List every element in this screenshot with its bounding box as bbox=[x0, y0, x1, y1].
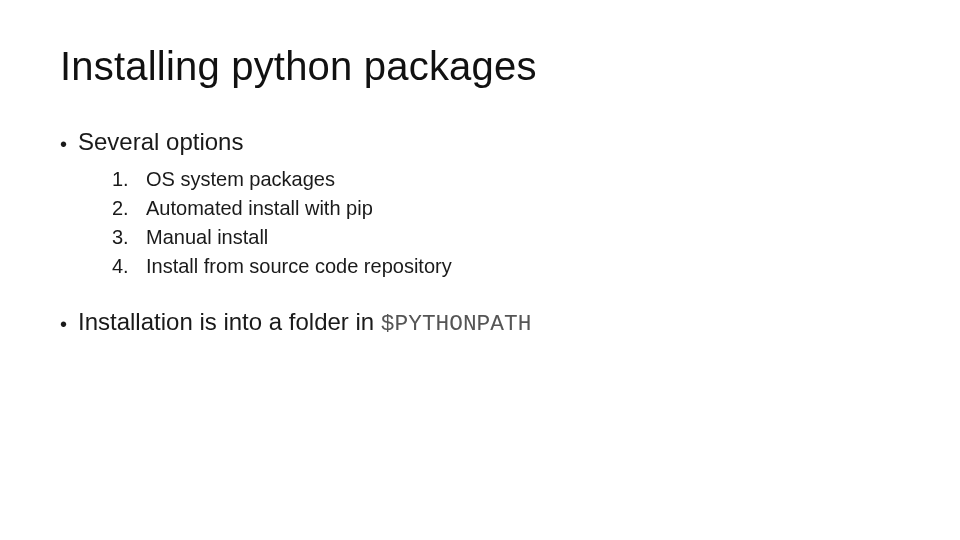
list-number: 3. bbox=[112, 225, 146, 250]
list-text: Automated install with pip bbox=[146, 196, 900, 221]
install-prefix: Installation is into a folder in bbox=[78, 308, 381, 335]
slide-title: Installing python packages bbox=[60, 44, 900, 89]
list-item: 1. OS system packages bbox=[112, 167, 900, 192]
bullet-icon: • bbox=[60, 134, 78, 154]
list-item: 3. Manual install bbox=[112, 225, 900, 250]
bullet-several-options: • Several options bbox=[60, 127, 900, 157]
list-text: Install from source code repository bbox=[146, 254, 900, 279]
list-number: 4. bbox=[112, 254, 146, 279]
list-text: OS system packages bbox=[146, 167, 900, 192]
pythonpath-code: $PYTHONPATH bbox=[381, 311, 531, 337]
bullet-text: Several options bbox=[78, 127, 900, 157]
bullet-text: Installation is into a folder in $PYTHON… bbox=[78, 307, 900, 338]
list-text: Manual install bbox=[146, 225, 900, 250]
list-number: 2. bbox=[112, 196, 146, 221]
slide: Installing python packages • Several opt… bbox=[0, 0, 960, 540]
slide-content: • Several options 1. OS system packages … bbox=[60, 127, 900, 338]
list-item: 4. Install from source code repository bbox=[112, 254, 900, 279]
list-number: 1. bbox=[112, 167, 146, 192]
list-item: 2. Automated install with pip bbox=[112, 196, 900, 221]
bullet-icon: • bbox=[60, 314, 78, 334]
bullet-install-path: • Installation is into a folder in $PYTH… bbox=[60, 307, 900, 338]
numbered-list: 1. OS system packages 2. Automated insta… bbox=[112, 167, 900, 279]
